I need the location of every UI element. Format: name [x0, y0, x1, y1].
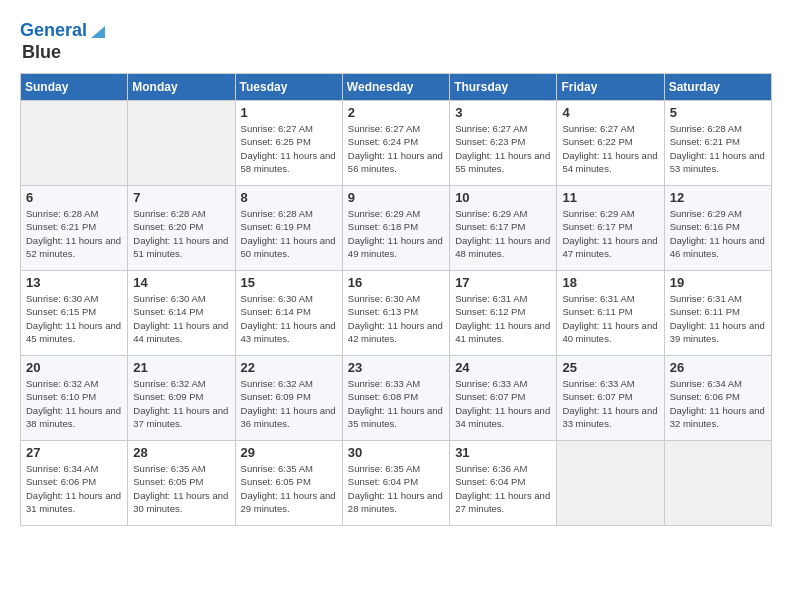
cell-info: Sunrise: 6:27 AM Sunset: 6:22 PM Dayligh… [562, 122, 658, 175]
day-number: 28 [133, 445, 229, 460]
calendar-cell: 28Sunrise: 6:35 AM Sunset: 6:05 PM Dayli… [128, 441, 235, 526]
day-number: 22 [241, 360, 337, 375]
cell-info: Sunrise: 6:27 AM Sunset: 6:23 PM Dayligh… [455, 122, 551, 175]
day-number: 11 [562, 190, 658, 205]
calendar-header: SundayMondayTuesdayWednesdayThursdayFrid… [21, 74, 772, 101]
calendar-week-4: 20Sunrise: 6:32 AM Sunset: 6:10 PM Dayli… [21, 356, 772, 441]
calendar-cell [557, 441, 664, 526]
calendar-week-5: 27Sunrise: 6:34 AM Sunset: 6:06 PM Dayli… [21, 441, 772, 526]
cell-info: Sunrise: 6:30 AM Sunset: 6:14 PM Dayligh… [133, 292, 229, 345]
calendar-cell: 6Sunrise: 6:28 AM Sunset: 6:21 PM Daylig… [21, 186, 128, 271]
calendar-cell: 29Sunrise: 6:35 AM Sunset: 6:05 PM Dayli… [235, 441, 342, 526]
weekday-header-tuesday: Tuesday [235, 74, 342, 101]
day-number: 23 [348, 360, 444, 375]
weekday-header-saturday: Saturday [664, 74, 771, 101]
calendar-cell: 17Sunrise: 6:31 AM Sunset: 6:12 PM Dayli… [450, 271, 557, 356]
day-number: 6 [26, 190, 122, 205]
calendar-cell: 7Sunrise: 6:28 AM Sunset: 6:20 PM Daylig… [128, 186, 235, 271]
calendar-cell: 15Sunrise: 6:30 AM Sunset: 6:14 PM Dayli… [235, 271, 342, 356]
day-number: 19 [670, 275, 766, 290]
cell-info: Sunrise: 6:35 AM Sunset: 6:05 PM Dayligh… [241, 462, 337, 515]
cell-info: Sunrise: 6:35 AM Sunset: 6:04 PM Dayligh… [348, 462, 444, 515]
calendar-week-3: 13Sunrise: 6:30 AM Sunset: 6:15 PM Dayli… [21, 271, 772, 356]
calendar-cell: 23Sunrise: 6:33 AM Sunset: 6:08 PM Dayli… [342, 356, 449, 441]
calendar-cell: 13Sunrise: 6:30 AM Sunset: 6:15 PM Dayli… [21, 271, 128, 356]
cell-info: Sunrise: 6:33 AM Sunset: 6:07 PM Dayligh… [562, 377, 658, 430]
calendar-cell: 11Sunrise: 6:29 AM Sunset: 6:17 PM Dayli… [557, 186, 664, 271]
cell-info: Sunrise: 6:32 AM Sunset: 6:09 PM Dayligh… [133, 377, 229, 430]
calendar-week-1: 1Sunrise: 6:27 AM Sunset: 6:25 PM Daylig… [21, 101, 772, 186]
day-number: 18 [562, 275, 658, 290]
day-number: 4 [562, 105, 658, 120]
cell-info: Sunrise: 6:31 AM Sunset: 6:11 PM Dayligh… [562, 292, 658, 345]
day-number: 16 [348, 275, 444, 290]
day-number: 21 [133, 360, 229, 375]
cell-info: Sunrise: 6:34 AM Sunset: 6:06 PM Dayligh… [26, 462, 122, 515]
calendar-cell: 25Sunrise: 6:33 AM Sunset: 6:07 PM Dayli… [557, 356, 664, 441]
cell-info: Sunrise: 6:30 AM Sunset: 6:14 PM Dayligh… [241, 292, 337, 345]
day-number: 7 [133, 190, 229, 205]
weekday-header-row: SundayMondayTuesdayWednesdayThursdayFrid… [21, 74, 772, 101]
weekday-header-wednesday: Wednesday [342, 74, 449, 101]
calendar-cell: 24Sunrise: 6:33 AM Sunset: 6:07 PM Dayli… [450, 356, 557, 441]
logo-text: General [20, 21, 87, 41]
day-number: 26 [670, 360, 766, 375]
day-number: 30 [348, 445, 444, 460]
day-number: 20 [26, 360, 122, 375]
calendar-cell: 14Sunrise: 6:30 AM Sunset: 6:14 PM Dayli… [128, 271, 235, 356]
logo-blue: Blue [22, 42, 61, 63]
calendar-body: 1Sunrise: 6:27 AM Sunset: 6:25 PM Daylig… [21, 101, 772, 526]
day-number: 27 [26, 445, 122, 460]
logo: General Blue [20, 20, 109, 63]
calendar-cell: 5Sunrise: 6:28 AM Sunset: 6:21 PM Daylig… [664, 101, 771, 186]
calendar-cell [664, 441, 771, 526]
calendar-cell: 3Sunrise: 6:27 AM Sunset: 6:23 PM Daylig… [450, 101, 557, 186]
day-number: 31 [455, 445, 551, 460]
calendar-cell: 2Sunrise: 6:27 AM Sunset: 6:24 PM Daylig… [342, 101, 449, 186]
day-number: 13 [26, 275, 122, 290]
day-number: 8 [241, 190, 337, 205]
day-number: 2 [348, 105, 444, 120]
calendar-cell [21, 101, 128, 186]
cell-info: Sunrise: 6:28 AM Sunset: 6:21 PM Dayligh… [670, 122, 766, 175]
cell-info: Sunrise: 6:32 AM Sunset: 6:10 PM Dayligh… [26, 377, 122, 430]
page-header: General Blue [20, 20, 772, 63]
day-number: 29 [241, 445, 337, 460]
calendar-cell: 22Sunrise: 6:32 AM Sunset: 6:09 PM Dayli… [235, 356, 342, 441]
cell-info: Sunrise: 6:27 AM Sunset: 6:25 PM Dayligh… [241, 122, 337, 175]
calendar-cell: 27Sunrise: 6:34 AM Sunset: 6:06 PM Dayli… [21, 441, 128, 526]
cell-info: Sunrise: 6:28 AM Sunset: 6:19 PM Dayligh… [241, 207, 337, 260]
cell-info: Sunrise: 6:29 AM Sunset: 6:17 PM Dayligh… [455, 207, 551, 260]
calendar-cell: 19Sunrise: 6:31 AM Sunset: 6:11 PM Dayli… [664, 271, 771, 356]
cell-info: Sunrise: 6:35 AM Sunset: 6:05 PM Dayligh… [133, 462, 229, 515]
cell-info: Sunrise: 6:28 AM Sunset: 6:21 PM Dayligh… [26, 207, 122, 260]
weekday-header-friday: Friday [557, 74, 664, 101]
calendar-cell: 12Sunrise: 6:29 AM Sunset: 6:16 PM Dayli… [664, 186, 771, 271]
logo-icon [87, 20, 109, 42]
svg-marker-0 [91, 26, 105, 38]
day-number: 17 [455, 275, 551, 290]
cell-info: Sunrise: 6:29 AM Sunset: 6:17 PM Dayligh… [562, 207, 658, 260]
calendar-cell: 26Sunrise: 6:34 AM Sunset: 6:06 PM Dayli… [664, 356, 771, 441]
day-number: 3 [455, 105, 551, 120]
day-number: 10 [455, 190, 551, 205]
day-number: 24 [455, 360, 551, 375]
calendar-cell: 4Sunrise: 6:27 AM Sunset: 6:22 PM Daylig… [557, 101, 664, 186]
calendar-cell: 9Sunrise: 6:29 AM Sunset: 6:18 PM Daylig… [342, 186, 449, 271]
day-number: 9 [348, 190, 444, 205]
cell-info: Sunrise: 6:31 AM Sunset: 6:12 PM Dayligh… [455, 292, 551, 345]
day-number: 25 [562, 360, 658, 375]
calendar-week-2: 6Sunrise: 6:28 AM Sunset: 6:21 PM Daylig… [21, 186, 772, 271]
calendar-table: SundayMondayTuesdayWednesdayThursdayFrid… [20, 73, 772, 526]
cell-info: Sunrise: 6:29 AM Sunset: 6:18 PM Dayligh… [348, 207, 444, 260]
day-number: 12 [670, 190, 766, 205]
calendar-cell: 18Sunrise: 6:31 AM Sunset: 6:11 PM Dayli… [557, 271, 664, 356]
calendar-cell: 1Sunrise: 6:27 AM Sunset: 6:25 PM Daylig… [235, 101, 342, 186]
day-number: 1 [241, 105, 337, 120]
day-number: 15 [241, 275, 337, 290]
cell-info: Sunrise: 6:27 AM Sunset: 6:24 PM Dayligh… [348, 122, 444, 175]
cell-info: Sunrise: 6:32 AM Sunset: 6:09 PM Dayligh… [241, 377, 337, 430]
calendar-cell: 21Sunrise: 6:32 AM Sunset: 6:09 PM Dayli… [128, 356, 235, 441]
cell-info: Sunrise: 6:30 AM Sunset: 6:13 PM Dayligh… [348, 292, 444, 345]
cell-info: Sunrise: 6:28 AM Sunset: 6:20 PM Dayligh… [133, 207, 229, 260]
